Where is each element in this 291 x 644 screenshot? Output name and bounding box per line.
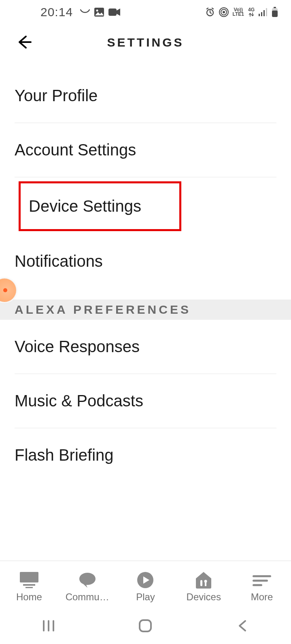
tab-play[interactable]: Play	[117, 568, 174, 603]
tab-devices[interactable]: Devices	[175, 568, 232, 603]
section-header-alexa-preferences: ALEXA PREFERENCES	[0, 300, 291, 320]
sys-recent-button[interactable]	[32, 616, 65, 637]
svg-rect-23	[253, 584, 262, 586]
list-item-label: Account Settings	[15, 141, 136, 159]
svg-point-4	[223, 11, 225, 13]
svg-rect-18	[200, 580, 202, 586]
list-item-label: Your Profile	[15, 87, 98, 104]
list-item-label: Music & Podcasts	[15, 392, 143, 410]
settings-group: Your Profile Account Settings Device Set…	[15, 69, 276, 288]
back-button[interactable]	[15, 33, 34, 52]
home-icon	[20, 571, 38, 589]
preferences-group: Voice Responses Music & Podcasts Flash B…	[15, 320, 276, 482]
preferences-item-voice-responses[interactable]: Voice Responses	[15, 320, 276, 374]
svg-rect-2	[108, 9, 117, 16]
system-nav-bar	[0, 609, 291, 644]
devices-icon	[194, 571, 213, 589]
status-time: 20:14	[40, 5, 73, 19]
svg-rect-7	[259, 14, 260, 16]
list-item-label: Flash Briefing	[15, 446, 114, 464]
settings-item-device-settings[interactable]: Device Settings	[19, 181, 181, 231]
svg-point-1	[96, 10, 98, 12]
svg-rect-20	[205, 582, 206, 586]
hotspot-icon	[219, 7, 229, 17]
svg-rect-8	[261, 12, 262, 16]
svg-rect-22	[253, 580, 268, 582]
tab-more[interactable]: More	[234, 568, 290, 603]
app-header: SETTINGS	[0, 24, 291, 61]
tab-communicate[interactable]: Commu…	[59, 568, 116, 603]
tab-label: Play	[119, 591, 172, 603]
preferences-item-flash-briefing[interactable]: Flash Briefing	[15, 428, 276, 482]
tab-label: Home	[2, 591, 56, 603]
svg-rect-24	[43, 620, 45, 631]
svg-rect-9	[263, 10, 265, 16]
svg-rect-21	[253, 575, 271, 577]
tab-label: Devices	[177, 591, 230, 603]
settings-item-notifications[interactable]: Notifications	[15, 234, 276, 288]
svg-rect-26	[53, 620, 54, 631]
battery-icon	[272, 7, 278, 17]
list-item-label: Notifications	[15, 252, 103, 270]
svg-rect-25	[48, 620, 49, 631]
image-icon	[94, 7, 104, 17]
svg-rect-11	[274, 7, 276, 8]
status-right: Vo)) LTE1 4G	[205, 7, 278, 17]
signal-icon	[259, 8, 268, 16]
status-left: 20:14	[40, 5, 121, 19]
home-nav-icon	[138, 619, 152, 634]
settings-main: Your Profile Account Settings Device Set…	[0, 61, 291, 482]
chat-icon	[79, 571, 96, 589]
alarm-icon	[205, 7, 215, 17]
svg-rect-16	[25, 587, 33, 588]
sys-home-button[interactable]	[129, 616, 161, 637]
volte-indicator: Vo)) LTE1	[233, 8, 244, 17]
svg-point-19	[204, 580, 207, 582]
network-gen-indicator: 4G	[248, 8, 255, 17]
settings-item-account-settings[interactable]: Account Settings	[15, 123, 276, 177]
svg-rect-27	[140, 620, 151, 631]
list-item-label: Voice Responses	[15, 338, 140, 355]
arrow-left-icon	[16, 34, 32, 51]
tab-label: Commu…	[61, 591, 114, 603]
list-item-label: Device Settings	[29, 197, 141, 215]
settings-item-your-profile[interactable]: Your Profile	[15, 69, 276, 123]
preferences-item-music-podcasts[interactable]: Music & Podcasts	[15, 374, 276, 428]
sys-back-button[interactable]	[226, 616, 259, 637]
svg-rect-15	[23, 584, 35, 586]
video-icon	[108, 8, 121, 17]
back-nav-icon	[237, 619, 248, 634]
status-bar: 20:14 Vo)) LTE1 4G	[0, 0, 291, 24]
amazon-smile-icon	[80, 9, 90, 15]
recent-apps-icon	[41, 619, 56, 634]
tab-home[interactable]: Home	[1, 568, 57, 603]
svg-rect-14	[20, 572, 38, 582]
svg-rect-13	[272, 11, 278, 17]
svg-rect-10	[266, 8, 267, 16]
play-icon	[136, 571, 154, 589]
more-icon	[252, 571, 272, 589]
page-title: SETTINGS	[107, 36, 184, 49]
bottom-tab-bar: Home Commu… Play Devices More	[0, 561, 291, 609]
tab-label: More	[235, 591, 289, 603]
